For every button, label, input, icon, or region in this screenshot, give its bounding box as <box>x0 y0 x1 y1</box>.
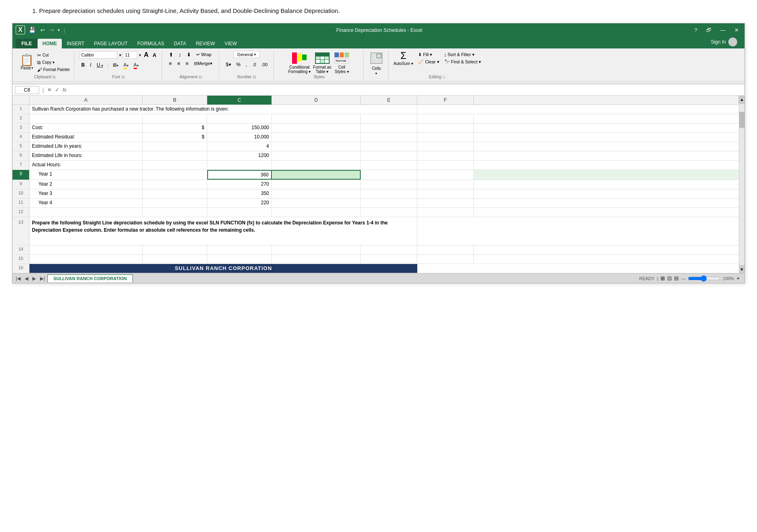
cell-a7[interactable]: Actual Hours: <box>29 161 143 170</box>
fill-button[interactable]: ⬇ Fill ▾ <box>418 52 439 57</box>
cell-a5[interactable]: Estimated Life in years: <box>29 142 143 151</box>
row-number[interactable]: 6 <box>13 151 29 160</box>
normal-view-button[interactable]: ⊡ <box>667 275 672 281</box>
cell-a16[interactable]: SULLIVAN RANCH CORPORATION <box>29 264 417 273</box>
col-header-a[interactable]: A <box>29 96 143 105</box>
tab-data[interactable]: DATA <box>169 39 191 48</box>
sign-in-area[interactable]: Sign In <box>707 36 741 48</box>
cell-f8[interactable] <box>417 170 474 180</box>
cell-d10[interactable] <box>272 189 361 198</box>
align-center-button[interactable]: ≡ <box>175 60 183 67</box>
align-top-button[interactable]: ⬆ <box>167 51 175 59</box>
cell-c9[interactable]: 270 <box>207 180 272 189</box>
font-expand-icon[interactable]: ⊡ <box>122 75 125 79</box>
cell-f2[interactable] <box>417 114 474 123</box>
tab-formulas[interactable]: FORMULAS <box>132 39 169 48</box>
font-name-input[interactable] <box>79 51 118 59</box>
cell-c8[interactable]: 360 <box>207 170 272 180</box>
restore-button[interactable]: 🗗 <box>704 26 714 34</box>
cell-c14[interactable] <box>207 245 272 254</box>
cell-b12[interactable] <box>143 208 207 217</box>
cells-button[interactable]: Cells ▾ <box>369 51 384 75</box>
zoom-slider[interactable] <box>688 276 720 281</box>
cell-b5[interactable] <box>143 142 207 151</box>
row-number[interactable]: 9 <box>13 180 29 189</box>
alignment-expand-icon[interactable]: ⊡ <box>199 75 202 79</box>
cell-a8[interactable]: Year 1 <box>29 170 143 180</box>
number-format-dropdown[interactable]: General ▾ <box>233 51 260 58</box>
format-painter-button[interactable]: 🖌 Format Painter <box>37 67 70 73</box>
cell-c2[interactable] <box>207 114 272 123</box>
cell-e7[interactable] <box>361 161 417 170</box>
align-bottom-button[interactable]: ⬇ <box>185 51 193 59</box>
cell-b3[interactable]: $ <box>143 124 207 132</box>
font-size-input[interactable] <box>123 51 137 59</box>
clear-button[interactable]: 🧹 Clear ▾ <box>418 59 439 65</box>
cell-a3[interactable]: Cost: <box>29 124 143 132</box>
cell-c6[interactable]: 1200 <box>207 151 272 160</box>
underline-button[interactable]: U ▾ <box>95 61 105 69</box>
scroll-track[interactable] <box>739 104 744 265</box>
sheet-nav-last[interactable]: ▶| <box>38 275 46 282</box>
cell-a14[interactable] <box>29 245 143 254</box>
bold-button[interactable]: B <box>79 61 87 69</box>
row-number[interactable]: 13 <box>13 217 29 245</box>
italic-button[interactable]: I <box>88 61 93 69</box>
cell-d7[interactable] <box>272 161 361 170</box>
cell-a12[interactable] <box>29 208 143 217</box>
cell-a4[interactable]: Estimated Residual: <box>29 133 143 142</box>
cell-a10[interactable]: Year 3 <box>29 189 143 198</box>
fill-color-button[interactable]: A▾ <box>122 61 130 69</box>
row-number[interactable]: 16 <box>13 264 29 273</box>
cell-f5[interactable] <box>417 142 474 151</box>
confirm-formula-icon[interactable]: ✓ <box>55 87 59 93</box>
cell-styles-button[interactable]: Normal Cell Styles ▾ <box>334 51 350 74</box>
cell-b15[interactable] <box>143 255 207 264</box>
cell-c7[interactable] <box>207 161 272 170</box>
autosum-button[interactable]: Σ AutoSum ▾ <box>393 51 413 66</box>
col-header-d[interactable]: D <box>272 96 361 105</box>
cell-b14[interactable] <box>143 245 207 254</box>
cell-d3[interactable] <box>272 124 361 132</box>
page-break-view-button[interactable]: ⊟ <box>674 275 679 281</box>
find-select-button[interactable]: 🔭 Find & Select ▾ <box>444 59 481 65</box>
cell-e9[interactable] <box>361 180 417 189</box>
cell-c3[interactable]: 150,000 <box>207 124 272 132</box>
cell-e12[interactable] <box>361 208 417 217</box>
cell-c15[interactable] <box>207 255 272 264</box>
cell-f6[interactable] <box>417 151 474 160</box>
tab-file[interactable]: FILE <box>16 39 38 48</box>
row-number[interactable]: 2 <box>13 114 29 123</box>
cell-d14[interactable] <box>272 245 361 254</box>
col-header-f[interactable]: F <box>417 96 474 105</box>
close-button[interactable]: ✕ <box>732 26 741 34</box>
cell-a1[interactable]: Sullivan Ranch Corporation has purchased… <box>29 105 417 114</box>
cell-c10[interactable]: 350 <box>207 189 272 198</box>
cell-d8[interactable] <box>272 170 361 180</box>
save-icon[interactable]: 💾 <box>27 26 37 34</box>
cell-e4[interactable] <box>361 133 417 142</box>
cell-e15[interactable] <box>361 255 417 264</box>
cell-c5[interactable]: 4 <box>207 142 272 151</box>
customize-icon[interactable]: ▾ <box>58 28 60 32</box>
cell-f10[interactable] <box>417 189 474 198</box>
cut-button[interactable]: ✂ Cut <box>37 52 70 58</box>
cell-d12[interactable] <box>272 208 361 217</box>
currency-button[interactable]: $▾ <box>224 61 233 68</box>
copy-button[interactable]: ⧉ Copy ▾ <box>37 60 70 65</box>
row-number[interactable]: 11 <box>13 199 29 207</box>
scroll-thumb[interactable] <box>739 112 744 128</box>
cell-c4[interactable]: 10,000 <box>207 133 272 142</box>
cell-b10[interactable] <box>143 189 207 198</box>
cancel-formula-icon[interactable]: ✕ <box>47 87 52 93</box>
percent-button[interactable]: % <box>234 61 243 68</box>
cell-d2[interactable] <box>272 114 361 123</box>
cell-d9[interactable] <box>272 180 361 189</box>
cell-f4[interactable] <box>417 133 474 142</box>
row-number[interactable]: 7 <box>13 161 29 170</box>
wrap-text-button[interactable]: ↵ Wrap <box>194 51 214 59</box>
font-dropdown-icon[interactable]: ▾ <box>119 53 121 57</box>
cell-a13[interactable]: Prepare the following Straight Line depr… <box>29 217 417 245</box>
cell-a15[interactable] <box>29 255 143 264</box>
row-number[interactable]: 15 <box>13 255 29 264</box>
